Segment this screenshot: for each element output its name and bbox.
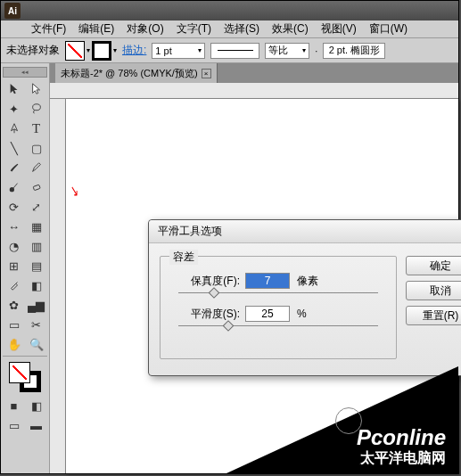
menu-select[interactable]: 选择(S): [218, 20, 265, 38]
graph-tool[interactable]: ▄▆: [26, 295, 47, 315]
svg-rect-2: [33, 185, 40, 191]
direct-selection-tool[interactable]: [26, 79, 47, 99]
width-tool[interactable]: ↔: [4, 217, 25, 236]
close-tab-icon[interactable]: ×: [202, 69, 211, 78]
ok-button[interactable]: 确定: [406, 256, 461, 275]
menu-file[interactable]: 文件(F): [26, 20, 71, 38]
dialog-body: 容差 保真度(F): 像素 平滑度(S):: [149, 243, 461, 375]
doc-tab[interactable]: 未标题-2* @ 78% (CMYK/预览) ×: [55, 63, 218, 83]
fieldset-label: 容差: [169, 250, 198, 265]
ruler-horizontal[interactable]: [50, 83, 458, 99]
dropdown-arrow-icon[interactable]: ▾: [86, 46, 90, 54]
eraser-tool[interactable]: [26, 177, 47, 197]
toolbox-separator: [3, 356, 47, 357]
toolbox-collapse[interactable]: [3, 67, 47, 78]
free-transform-tool[interactable]: ▦: [26, 217, 47, 236]
smoothness-label: 平滑度(S):: [173, 307, 240, 322]
brush-definition-input[interactable]: [323, 43, 385, 59]
cancel-button[interactable]: 取消: [406, 281, 461, 300]
perspective-grid-tool[interactable]: ▥: [26, 236, 47, 256]
symbol-sprayer-tool[interactable]: ✿: [4, 295, 25, 315]
svg-point-0: [32, 104, 40, 111]
fill-swatch-large[interactable]: [9, 362, 30, 383]
smoothness-input[interactable]: [245, 306, 290, 322]
artboard-tool[interactable]: ▭: [4, 315, 25, 334]
menu-text[interactable]: 文字(T): [171, 20, 217, 38]
stroke-link[interactable]: 描边:: [122, 43, 146, 58]
stroke-type-dropdown[interactable]: [210, 43, 259, 59]
scale-tool[interactable]: ⤢: [26, 197, 47, 217]
titlebar: Ai: [1, 1, 458, 21]
mesh-tool[interactable]: ⊞: [4, 256, 25, 275]
screen-mode-normal[interactable]: ▭: [4, 415, 25, 435]
dropdown-arrow-icon[interactable]: ▾: [113, 46, 117, 54]
zoom-tool[interactable]: 🔍: [26, 334, 47, 354]
globe-icon: [335, 407, 362, 434]
rectangle-tool[interactable]: ▢: [26, 138, 47, 158]
menubar: 文件(F) 编辑(E) 对象(O) 文字(T) 选择(S) 效果(C) 视图(V…: [1, 21, 458, 38]
lasso-tool[interactable]: [26, 99, 47, 119]
menu-object[interactable]: 对象(O): [121, 20, 169, 38]
smoothness-unit: %: [297, 308, 307, 320]
magic-wand-tool[interactable]: ✦: [4, 99, 25, 119]
fidelity-input[interactable]: [245, 273, 290, 289]
hand-tool[interactable]: ✋: [4, 334, 25, 354]
watermark-cn: 太平洋电脑网: [360, 449, 446, 468]
smooth-tool-options-dialog: 平滑工具选项 容差 保真度(F): 像素: [148, 219, 461, 376]
annotation-arrow-icon: ↘: [70, 181, 78, 201]
fidelity-row: 保真度(F): 像素: [173, 273, 383, 289]
blob-brush-tool[interactable]: [4, 177, 25, 197]
canvas-inner: ↘ 平滑工具选项 容差 保真度(F): 像素: [50, 99, 458, 473]
blend-tool[interactable]: ◧: [26, 275, 47, 295]
canvas-area: 未标题-2* @ 78% (CMYK/预览) × ↘ 平滑工具选项 容差: [50, 63, 458, 473]
color-mode-fill[interactable]: ■: [4, 396, 25, 415]
pen-tool[interactable]: [4, 119, 25, 138]
tolerance-fieldset: 容差 保真度(F): 像素 平滑度(S):: [160, 256, 397, 359]
control-bar: 未选择对象 ▾ ▾ 描边: 1 pt 等比 ·: [1, 38, 458, 63]
doc-tab-bar: 未标题-2* @ 78% (CMYK/预览) ×: [50, 63, 458, 83]
reset-button[interactable]: 重置(R): [406, 306, 461, 325]
main-area: ✦ T ╲ ▢ ⟳ ⤢ ↔: [1, 63, 458, 473]
screen-mode-full[interactable]: ▬: [26, 415, 47, 435]
smoothness-slider[interactable]: [178, 325, 378, 326]
color-mode-gradient[interactable]: ◧: [26, 396, 47, 415]
stroke-swatch[interactable]: [92, 41, 111, 61]
fill-stroke-control[interactable]: [9, 362, 41, 392]
rotate-tool[interactable]: ⟳: [4, 197, 25, 217]
selection-tool[interactable]: [4, 79, 25, 99]
no-selection-label: 未选择对象: [6, 43, 60, 58]
app-icon: Ai: [4, 3, 21, 19]
brush-label: ·: [315, 45, 317, 56]
ruler-vertical[interactable]: [50, 99, 66, 473]
paintbrush-tool[interactable]: [4, 158, 25, 177]
fidelity-unit: 像素: [297, 274, 318, 289]
pencil-tool[interactable]: [26, 158, 47, 177]
dialog-title: 平滑工具选项: [149, 220, 461, 243]
menu-view[interactable]: 视图(V): [316, 20, 362, 38]
line-tool[interactable]: ╲: [4, 138, 25, 158]
smoothness-row: 平滑度(S): %: [173, 306, 383, 322]
scale-dropdown[interactable]: 等比: [265, 43, 309, 59]
dialog-buttons: 确定 取消 重置(R): [406, 256, 461, 359]
fill-swatch[interactable]: [65, 41, 85, 61]
type-tool[interactable]: T: [26, 119, 47, 138]
menu-effect[interactable]: 效果(C): [267, 20, 314, 38]
shape-builder-tool[interactable]: ◔: [4, 236, 25, 256]
stroke-weight-dropdown[interactable]: 1 pt: [152, 43, 205, 59]
artboard[interactable]: ↘ 平滑工具选项 容差 保真度(F): 像素: [66, 99, 458, 473]
watermark-brand: Pconline: [357, 425, 446, 450]
menu-edit[interactable]: 编辑(E): [73, 20, 119, 38]
doc-tab-label: 未标题-2* @ 78% (CMYK/预览): [61, 67, 198, 80]
slice-tool[interactable]: ✂: [26, 315, 47, 334]
toolbox: ✦ T ╲ ▢ ⟳ ⤢ ↔: [1, 63, 50, 473]
fidelity-slider[interactable]: [178, 292, 378, 293]
watermark: Pconline 太平洋电脑网: [226, 366, 458, 473]
app-window: Ai 文件(F) 编辑(E) 对象(O) 文字(T) 选择(S) 效果(C) 视…: [0, 0, 459, 474]
menu-window[interactable]: 窗口(W): [364, 20, 413, 38]
gradient-tool[interactable]: ▤: [26, 256, 47, 275]
swatch-group: ▾ ▾: [65, 41, 117, 61]
eyedropper-tool[interactable]: [4, 275, 25, 295]
fidelity-label: 保真度(F):: [173, 274, 240, 289]
